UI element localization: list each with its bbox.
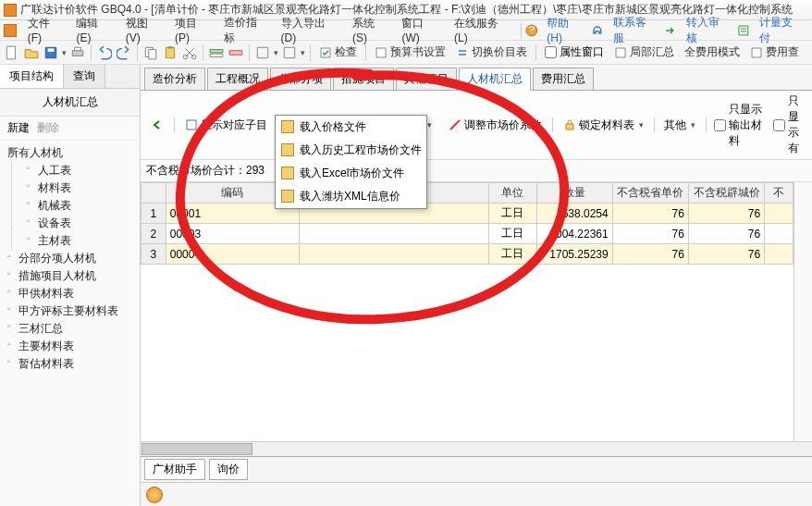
tree-item[interactable]: 人工表 xyxy=(25,162,134,179)
dropdown-item[interactable]: 载入潍坊XML信息价 xyxy=(276,185,426,208)
misc-icon-2[interactable] xyxy=(281,44,298,61)
cell-p2[interactable]: 76 xyxy=(688,204,764,224)
show-child-button[interactable]: 显示对应子目 xyxy=(178,116,274,135)
bottom-tab-inquiry[interactable]: 询价 xyxy=(209,459,248,480)
cell-spec[interactable] xyxy=(299,244,489,265)
cut-icon[interactable] xyxy=(181,44,198,61)
misc-icon[interactable] xyxy=(254,44,271,61)
menu-online[interactable]: 在线服务(L) xyxy=(449,14,517,46)
tree-item[interactable]: 主要材料表 xyxy=(6,338,134,355)
paste-icon[interactable] xyxy=(162,44,178,61)
tree-item[interactable]: 甲方评标主要材料表 xyxy=(6,302,134,320)
costview-button[interactable]: 费用查 xyxy=(746,43,803,61)
tree-item[interactable]: 主材表 xyxy=(25,232,134,250)
cell-code[interactable]: 00004 xyxy=(166,244,299,265)
table-row[interactable]: 100001工日538.02547676 xyxy=(141,204,794,224)
cell-code[interactable]: 00003 xyxy=(166,224,299,244)
new-doc-icon[interactable] xyxy=(4,44,20,61)
cell-unit[interactable]: 工日 xyxy=(489,244,536,265)
delete-button[interactable]: 删除 xyxy=(37,120,59,136)
left-tab-project[interactable]: 项目结构 xyxy=(0,65,64,88)
menu-system[interactable]: 系统(S) xyxy=(347,14,394,46)
table-row[interactable]: 300004工日1705.252397676 xyxy=(141,244,794,265)
open-icon[interactable] xyxy=(23,44,40,61)
left-tab-query[interactable]: 查询 xyxy=(64,65,105,88)
tree: 所有人材机 人工表 材料表 机械表 设备表 主材表 分部分项人材机 措施项目人材… xyxy=(0,141,140,506)
dropdown-item[interactable]: 载入Excel市场价文件 xyxy=(276,162,426,185)
menu-edit[interactable]: 编辑(E) xyxy=(70,14,117,46)
copy-icon[interactable] xyxy=(142,44,159,61)
cell-unknown[interactable] xyxy=(765,204,794,224)
attrwin-check[interactable]: 属性窗口 xyxy=(541,44,608,60)
tree-item[interactable]: 措施项目人材机 xyxy=(6,267,134,285)
dropdown-item[interactable]: 载入价格文件 xyxy=(276,116,426,139)
tree-item[interactable]: 设备表 xyxy=(25,215,134,232)
menu-review[interactable]: 转入审核 xyxy=(681,13,735,48)
tab-overview[interactable]: 工程概况 xyxy=(207,68,268,90)
cell-p2[interactable]: 76 xyxy=(688,224,764,244)
menu-index[interactable]: 造价指标 xyxy=(218,13,273,48)
menu-view[interactable]: 视图(V) xyxy=(120,14,167,46)
adjust-coef-button[interactable]: 调整市场价系数 xyxy=(442,116,548,135)
horizontal-scrollbar[interactable] xyxy=(141,441,812,456)
cell-p2[interactable]: 76 xyxy=(688,244,764,265)
tab-measures[interactable]: 措施项目 xyxy=(333,68,394,90)
switch-button[interactable]: 切换价目表 xyxy=(452,43,531,61)
lock-material-button[interactable]: 锁定材料表▾ xyxy=(557,116,650,135)
only-output-check[interactable]: 只显示输出材料 xyxy=(710,102,767,149)
cell-unknown[interactable] xyxy=(765,244,794,265)
menu-io[interactable]: 导入导出(D) xyxy=(276,14,346,46)
only-have-check[interactable]: 只显示有 xyxy=(769,93,808,156)
tree-item[interactable]: 甲供材料表 xyxy=(6,285,134,302)
bottom-tab-gczs[interactable]: 广材助手 xyxy=(144,459,205,480)
undo-icon[interactable] xyxy=(96,44,113,61)
back-icon[interactable] xyxy=(144,117,170,133)
tree-item[interactable]: 材料表 xyxy=(25,179,134,197)
budget-button[interactable]: 预算书设置 xyxy=(371,43,449,61)
tab-fees[interactable]: 费用汇总 xyxy=(533,68,594,90)
cell-p1[interactable]: 76 xyxy=(612,204,688,224)
new-button[interactable]: 新建 xyxy=(7,120,30,136)
tree-item[interactable]: 暂估材料表 xyxy=(6,355,134,373)
cell-p1[interactable]: 76 xyxy=(612,224,688,244)
dropdown-item[interactable]: 载入历史工程市场价文件 xyxy=(276,139,426,162)
table-row[interactable]: 200003工日2004.223617676 xyxy=(141,224,794,244)
tab-cost-analysis[interactable]: 造价分析 xyxy=(144,68,205,90)
tree-item[interactable]: 三材汇总 xyxy=(6,320,134,338)
menu-project[interactable]: 项目(P) xyxy=(169,14,216,46)
menu-help[interactable]: 帮助(H) xyxy=(541,14,589,46)
cell-unit[interactable]: 工日 xyxy=(489,224,536,244)
cell-unknown[interactable] xyxy=(765,224,794,244)
costmode-button[interactable]: 全费用模式 xyxy=(681,43,744,61)
save-icon[interactable] xyxy=(43,44,59,61)
tree-item[interactable]: 机械表 xyxy=(25,197,134,215)
summary-button[interactable]: 局部汇总 xyxy=(610,43,678,61)
cell-qty[interactable]: 1705.25239 xyxy=(536,244,612,265)
cell-rownum: 2 xyxy=(141,224,166,244)
help-icon: ? xyxy=(525,24,538,37)
menu-window[interactable]: 窗口(W) xyxy=(396,14,447,46)
cell-spec[interactable] xyxy=(299,224,489,244)
main-toolbar: ▾ ▾ ▾ 检查 预算书设置 切换价目表 属性窗口 局部汇总 全费用模式 费用查 xyxy=(0,41,812,65)
tree-item[interactable]: 分部分项人材机 xyxy=(6,250,134,267)
tab-rcjhz[interactable]: 人材机汇总 xyxy=(459,68,531,91)
menu-contact[interactable]: 联系客服 xyxy=(608,13,662,48)
cell-qty[interactable]: 2004.22361 xyxy=(536,224,612,244)
cell-p1[interactable]: 76 xyxy=(612,244,688,265)
print-icon[interactable] xyxy=(69,44,86,61)
tab-others[interactable]: 其他项目 xyxy=(396,68,457,90)
menu-bar: 文件(F) 编辑(E) 视图(V) 项目(P) 造价指标 导入导出(D) 系统(… xyxy=(0,20,812,41)
delete-row-icon[interactable] xyxy=(228,44,244,61)
menu-file[interactable]: 文件(F) xyxy=(22,14,69,46)
grid[interactable]: 编码 规格型号 单位 数量 不含税省单价 不含税辟城价 不 100001工日53… xyxy=(141,182,812,441)
cell-qty[interactable]: 538.0254 xyxy=(536,204,612,224)
insert-row-icon[interactable] xyxy=(208,44,225,61)
check-button[interactable]: 检查 xyxy=(315,43,361,61)
cell-unit[interactable]: 工日 xyxy=(489,204,536,224)
redo-icon[interactable] xyxy=(116,44,132,61)
menu-paycalc[interactable]: 计量支付 xyxy=(754,13,808,48)
vertical-scrollbar[interactable] xyxy=(794,182,812,441)
tree-root[interactable]: 所有人材机 xyxy=(6,144,134,162)
tab-sections[interactable]: 分部分项 xyxy=(270,68,331,90)
other-button[interactable]: 其他▾ xyxy=(658,116,702,135)
